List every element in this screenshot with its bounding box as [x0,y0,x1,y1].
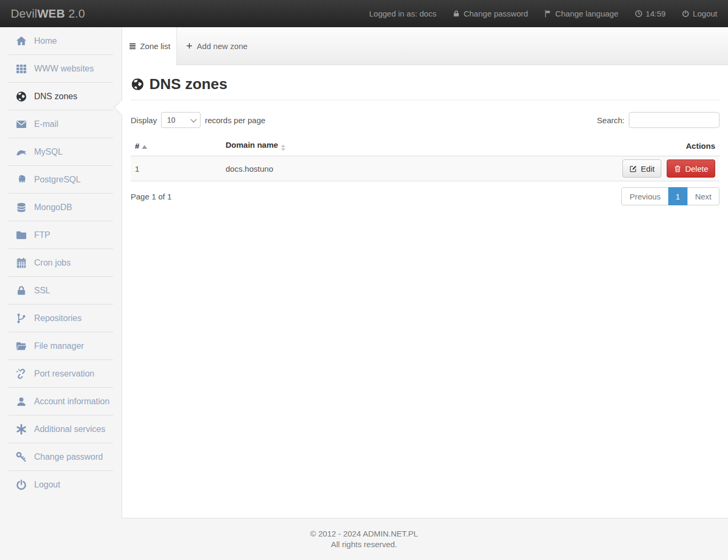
page-footer: © 2012 - 2024 ADMIN.NET.PL All rights re… [0,518,728,560]
tab-zone-list[interactable]: Zone list [122,27,177,65]
sidebar-item-label: File manager [34,341,84,351]
sidebar-item-change-password[interactable]: Change password [0,443,122,471]
sort-both-icon [281,145,285,151]
sidebar-item-ssl[interactable]: SSL [0,277,122,305]
change-language-link[interactable]: Change language [544,9,618,18]
sidebar-item-label: MongoDB [34,203,72,212]
change-password-label: Change password [463,9,528,18]
sidebar-item-cron-jobs[interactable]: Cron jobs [0,249,122,277]
sidebar-item-account-information[interactable]: Account information [0,388,122,415]
brand-suffix: 2.0 [65,7,85,20]
tab-zone-list-label: Zone list [140,42,171,51]
flag-icon [544,10,552,18]
main-row: Home WWW websites DNS zones E-mail MySQL… [0,27,728,518]
display-label: Display [131,116,157,125]
sidebar-item-file-manager[interactable]: File manager [0,332,122,360]
search-input[interactable] [629,112,719,128]
calendar-icon [13,257,30,269]
folder-open-icon [13,340,30,352]
sidebar-item-repositories[interactable]: Repositories [0,305,122,332]
tab-add-new-zone[interactable]: Add new zone [186,42,247,51]
sidebar-item-logout[interactable]: Logout [0,471,122,499]
pagination-row: Page 1 of 1 Previous 1 Next [131,187,719,205]
row-actions-cell: Edit Delete [559,156,719,181]
column-header-actions: Actions [559,135,719,156]
page-size-control: Display 10 records per page [131,112,266,128]
edit-pencil-icon [629,165,637,173]
content-area: DNS zones Display 10 records per page Se… [122,76,728,205]
column-header-actions-label: Actions [686,141,715,150]
sidebar-item-label: DNS zones [34,92,77,101]
logged-in-label: Logged in as: docs [369,9,436,18]
sidebar-item-label: Port reservation [34,369,94,379]
column-header-domain[interactable]: Domain name [221,135,559,156]
tab-bar: Zone list Add new zone [122,27,728,65]
sidebar-item-label: Additional services [34,425,105,434]
tab-add-new-zone-label: Add new zone [197,42,247,51]
logged-in-as: Logged in as: docs [369,9,436,18]
search-label: Search: [597,116,625,125]
content-panel: Zone list Add new zone DNS zones Display… [122,27,728,518]
delete-button-label: Delete [685,164,708,173]
sidebar-nav: Home WWW websites DNS zones E-mail MySQL… [0,27,122,518]
row-index-cell: 1 [131,156,221,181]
asterisk-icon [13,423,30,435]
power-icon [13,479,30,491]
lock-icon [13,285,30,297]
sidebar-item-www-websites[interactable]: WWW websites [0,55,122,83]
sidebar-item-label: Logout [34,480,60,490]
sidebar-item-mysql[interactable]: MySQL [0,138,122,166]
table-row: 1 docs.hostuno Edit Delete [131,156,719,181]
sidebar-item-label: Account information [34,397,109,406]
page-summary: Page 1 of 1 [131,192,172,201]
page-title: DNS zones [131,76,719,100]
table-header-row: # Domain name Actions [131,135,719,156]
dns-zones-table: # Domain name Actions 1 docs.hostuno Edi… [131,135,719,181]
column-header-index-label: # [135,141,139,150]
list-icon [129,42,137,50]
brand-prefix: Devil [11,7,37,20]
sort-asc-icon [142,145,147,149]
table-controls: Display 10 records per page Search: [131,112,719,128]
sidebar-item-home[interactable]: Home [0,27,122,55]
sidebar-item-mongodb[interactable]: MongoDB [0,194,122,221]
edit-button-label: Edit [641,164,655,173]
brand-bold: WEB [37,7,65,20]
sidebar-item-label: MySQL [34,147,62,157]
column-header-index[interactable]: # [131,135,221,156]
page-size-select[interactable]: 10 [161,112,201,128]
records-per-page-label: records per page [205,116,265,125]
postgresql-elephant-icon [13,174,30,186]
mysql-dolphin-icon [13,146,30,158]
delete-button[interactable]: Delete [667,159,715,178]
footer-copyright: © 2012 - 2024 ADMIN.NET.PL [0,529,728,539]
sidebar-item-ftp[interactable]: FTP [0,221,122,249]
top-menu: Logged in as: docs Change password Chang… [369,9,717,18]
app-logo[interactable]: DevilWEB 2.0 [11,7,85,21]
sidebar-item-email[interactable]: E-mail [0,110,122,138]
top-navbar: DevilWEB 2.0 Logged in as: docs Change p… [0,0,728,27]
clock-label: 14:59 [646,9,666,18]
home-icon [13,35,30,47]
sidebar-item-label: Cron jobs [34,258,70,268]
sidebar-item-port-reservation[interactable]: Port reservation [0,360,122,388]
globe-icon [131,77,145,91]
logout-link[interactable]: Logout [682,9,717,18]
folder-icon [13,229,30,241]
key-icon [13,451,30,463]
sidebar-item-additional-services[interactable]: Additional services [0,415,122,443]
edit-button[interactable]: Edit [622,159,662,178]
sidebar-item-postgresql[interactable]: PostgreSQL [0,166,122,194]
clock-display: 14:59 [635,9,666,18]
row-domain-cell: docs.hostuno [221,156,559,181]
sidebar-item-dns-zones[interactable]: DNS zones [0,83,122,110]
sidebar-item-label: E-mail [34,119,58,129]
pagination-next[interactable]: Next [687,187,719,205]
pagination-page-1[interactable]: 1 [668,187,687,205]
pagination-previous[interactable]: Previous [621,187,668,205]
change-password-link[interactable]: Change password [452,9,528,18]
lock-icon [452,10,460,18]
sidebar-item-label: WWW websites [34,64,94,74]
code-branch-icon [13,313,30,324]
page-title-text: DNS zones [149,76,227,93]
